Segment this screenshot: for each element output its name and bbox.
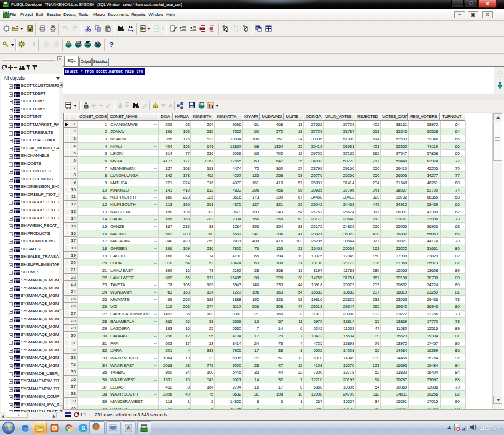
svg-text:S: S	[81, 425, 85, 431]
svg-text:ƒSQL: ƒSQL	[76, 41, 82, 43]
